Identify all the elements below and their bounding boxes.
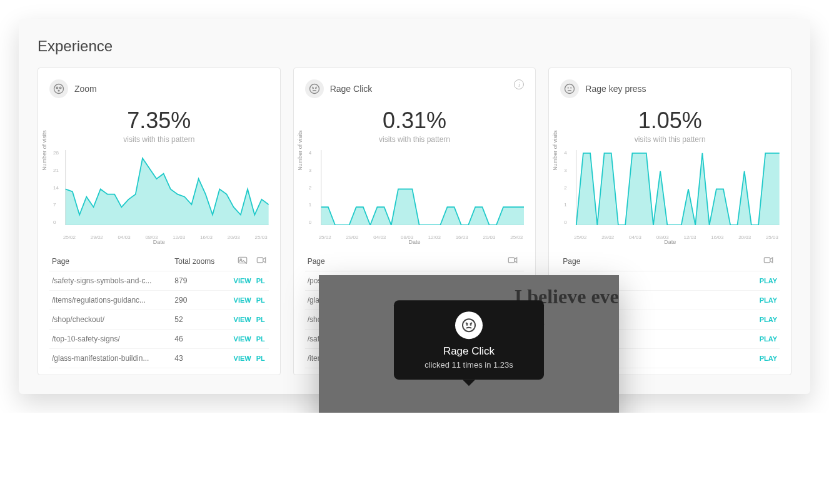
session-player: I believe everyneaf m Rage Click clicked… (319, 275, 619, 413)
svg-point-22 (467, 325, 468, 325)
count-cell: 43 (172, 349, 231, 368)
metric-label: visits with this pattern (305, 135, 525, 144)
video-icon (757, 251, 780, 271)
count-cell: 46 (172, 330, 231, 349)
svg-point-10 (313, 88, 313, 89)
table-row: /items/regulations-guidanc... 290 VIEW P… (49, 291, 269, 310)
trend-chart: Number of visits 43210 (560, 150, 780, 225)
count-cell: 290 (172, 291, 231, 310)
view-link[interactable]: VIEW (234, 355, 251, 362)
col-count: Total zooms (172, 251, 231, 271)
play-link[interactable]: PLAY (760, 277, 777, 285)
y-axis-label: Number of visits (552, 130, 558, 171)
col-page: Page (49, 251, 172, 271)
angry-face-icon (455, 311, 483, 339)
view-link[interactable]: VIEW (234, 316, 251, 323)
metric-value: 7.35% (49, 108, 269, 134)
svg-point-16 (568, 88, 569, 88)
play-link[interactable]: PLAY (760, 335, 777, 343)
metric-value: 0.31% (305, 108, 525, 134)
svg-point-23 (471, 325, 471, 325)
experience-dashboard: Experience Zoom 7.35% visits with this p… (19, 19, 810, 394)
metric-value: 1.05% (560, 108, 780, 134)
card-title: Rage key press (585, 84, 646, 94)
event-tooltip: Rage Click clicked 11 times in 1.23s (394, 300, 544, 380)
view-link[interactable]: VIEW (234, 296, 251, 304)
y-axis-label: Number of visits (297, 130, 303, 171)
count-cell: 879 (172, 271, 231, 291)
section-title: Experience (38, 38, 791, 55)
y-ticks: 28211470 (53, 150, 59, 225)
table-row: /glass-manifestation-buildin... 43 VIEW … (49, 349, 269, 368)
col-page: Page (560, 251, 756, 271)
y-ticks: 43210 (564, 150, 566, 225)
svg-point-2 (59, 87, 61, 89)
y-ticks: 43210 (309, 150, 311, 225)
page-cell: /safety-signs-symbols-and-c... (49, 271, 172, 291)
page-cell: /top-10-safety-signs/ (49, 330, 172, 349)
tooltip-title: Rage Click (411, 345, 526, 358)
play-link[interactable]: PLAY (760, 296, 777, 304)
svg-rect-20 (764, 258, 770, 263)
view-link[interactable]: VIEW (234, 335, 251, 343)
table-row: /top-10-safety-signs/ 46 VIEW PL (49, 330, 269, 349)
trend-chart: Number of visits 28211470 (49, 150, 269, 225)
svg-point-17 (571, 88, 571, 88)
svg-point-1 (56, 87, 58, 89)
card-zoom: Zoom 7.35% visits with this pattern Numb… (38, 68, 281, 375)
video-icon (254, 251, 269, 271)
svg-point-0 (54, 84, 64, 94)
svg-point-11 (315, 88, 316, 89)
y-axis-label: Number of visits (41, 130, 48, 171)
svg-point-9 (309, 84, 319, 94)
page-cell: /glass-manifestation-buildin... (49, 349, 172, 368)
col-page: Page (305, 251, 501, 271)
angry-face-icon (305, 79, 324, 98)
sad-face-icon (560, 79, 579, 98)
metric-label: visits with this pattern (560, 135, 780, 144)
play-link[interactable]: PL (256, 296, 265, 304)
video-icon (501, 251, 524, 271)
play-link[interactable]: PLAY (760, 355, 777, 362)
pages-table: Page Total zooms /safety-signs-symbols-a… (49, 251, 269, 368)
trend-chart: Number of visits 43210 (305, 150, 525, 225)
page-cell: /shop/checkout/ (49, 310, 172, 330)
table-row: /shop/checkout/ 52 VIEW PL (49, 310, 269, 330)
svg-point-15 (565, 84, 575, 94)
play-link[interactable]: PL (256, 335, 265, 343)
card-title: Zoom (74, 84, 97, 94)
view-link[interactable]: VIEW (234, 277, 251, 285)
page-cell: /items/regulations-guidanc... (49, 291, 172, 310)
table-row: /safety-signs-symbols-and-c... 879 VIEW … (49, 271, 269, 291)
metric-label: visits with this pattern (49, 135, 269, 144)
play-link[interactable]: PLAY (760, 316, 777, 323)
play-link[interactable]: PL (256, 277, 265, 285)
svg-point-3 (58, 90, 59, 91)
svg-rect-14 (509, 258, 515, 263)
screenshot-icon (231, 251, 254, 271)
card-title: Rage Click (330, 84, 373, 94)
play-link[interactable]: PL (256, 355, 265, 362)
shocked-face-icon (49, 79, 68, 98)
count-cell: 52 (172, 310, 231, 330)
svg-point-21 (463, 319, 475, 331)
player-viewport[interactable]: I believe everyneaf m Rage Click clicked… (319, 275, 619, 413)
tooltip-subtitle: clicked 11 times in 1.23s (411, 360, 526, 370)
play-link[interactable]: PL (256, 316, 265, 323)
svg-rect-8 (257, 258, 263, 263)
